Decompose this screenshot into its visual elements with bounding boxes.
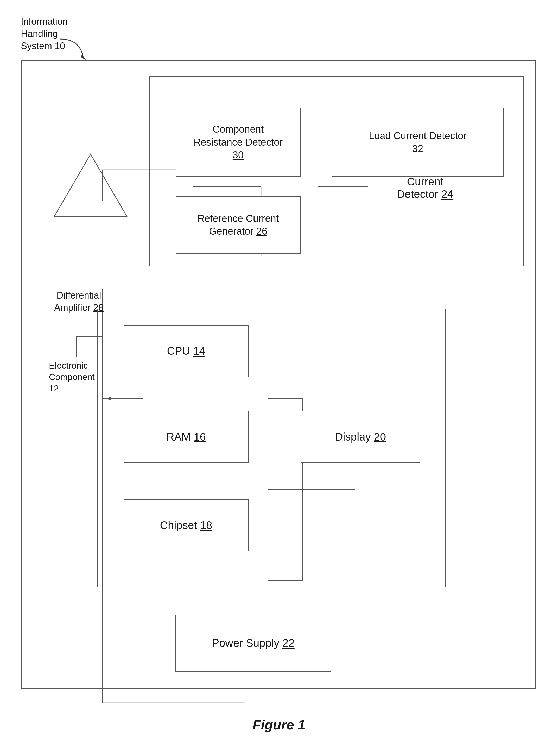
top-arrow-icon: [57, 36, 88, 62]
current-detector-box: Current Detector 24 Component Resistance…: [149, 76, 524, 266]
reference-current-box: Reference Current Generator 26: [176, 196, 301, 253]
cpu-label: CPU 14: [167, 345, 205, 357]
load-current-label: Load Current Detector 32: [369, 130, 467, 155]
triangle-icon: [52, 149, 130, 222]
component-resistance-box: Component Resistance Detector 30: [176, 108, 301, 177]
ram-box: RAM 16: [124, 411, 249, 463]
main-outer-box: Current Detector 24 Component Resistance…: [21, 60, 536, 689]
power-supply-label: Power Supply 22: [212, 637, 295, 649]
display-label: Display 20: [335, 431, 386, 443]
power-supply-box: Power Supply 22: [175, 615, 331, 672]
component-resistance-label: Component Resistance Detector 30: [194, 123, 283, 162]
page-container: InformationHandlingSystem 10: [0, 0, 558, 756]
svg-marker-17: [54, 154, 127, 217]
current-detector-label: Current Detector 24: [397, 176, 453, 200]
load-current-detector-box: Load Current Detector 32: [332, 108, 504, 177]
differential-amplifier-container: [46, 141, 135, 230]
chipset-label: Chipset 18: [160, 519, 212, 532]
components-group-box: CPU 14 RAM 16 Chipset 18: [97, 309, 446, 587]
electronic-component-label: Electronic Component 12: [49, 360, 95, 394]
reference-current-label: Reference Current Generator 26: [198, 212, 279, 238]
figure-caption: Figure 1: [0, 717, 558, 733]
chipset-box: Chipset 18: [124, 499, 249, 551]
cpu-box: CPU 14: [124, 325, 249, 377]
ram-label: RAM 16: [166, 431, 206, 443]
svg-marker-0: [81, 55, 86, 60]
display-box: Display 20: [301, 411, 420, 463]
